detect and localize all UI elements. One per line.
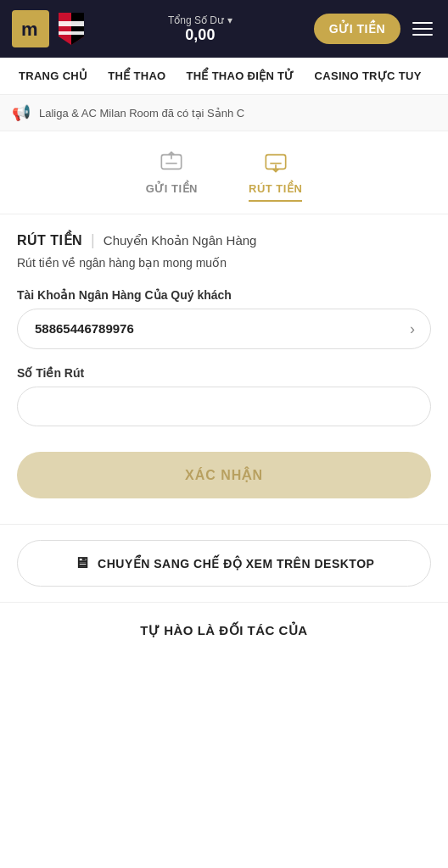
hamburger-line-3 — [412, 34, 433, 36]
page-title-main: RÚT TIỀN — [17, 232, 82, 248]
milan-logo-icon — [56, 10, 87, 47]
confirm-button[interactable]: XÁC NHẬN — [17, 452, 431, 498]
nav-item-thethao-dienthu[interactable]: THỂ THAO ĐIỆN TỬ — [176, 58, 304, 94]
gui-tien-header-button[interactable]: GỬI TIỀN — [314, 14, 400, 44]
balance-section[interactable]: Tổng Số Dư ▾ 0,00 — [95, 14, 305, 44]
hamburger-line-2 — [412, 28, 433, 30]
tab-gui-tien-underline — [146, 200, 198, 202]
hamburger-line-1 — [412, 22, 433, 24]
amount-section: Số Tiền Rút — [17, 366, 431, 426]
announcement-text: Laliga & AC Milan Room đã có tại Sảnh C — [39, 107, 436, 120]
bank-account-section: Tài Khoản Ngân Hàng Của Quý khách 588654… — [17, 288, 431, 349]
svg-rect-3 — [59, 21, 84, 26]
svg-marker-2 — [71, 13, 84, 45]
monitor-icon: 🖥 — [74, 554, 90, 572]
footer-title: TỰ HÀO LÀ ĐỐI TÁC CỦA — [17, 623, 431, 638]
balance-label: Tổng Số Dư ▾ — [95, 14, 305, 26]
tab-rut-tien-label: RÚT TIỀN — [249, 182, 302, 195]
svg-rect-4 — [59, 31, 84, 35]
bank-account-label: Tài Khoản Ngân Hàng Của Quý khách — [17, 288, 431, 302]
tab-gui-tien[interactable]: GỬI TIỀN — [146, 147, 198, 202]
amount-label: Số Tiền Rút — [17, 366, 431, 380]
hamburger-menu-button[interactable] — [409, 19, 436, 39]
speaker-icon: 📢 — [12, 103, 31, 122]
deposit-withdraw-tabs: GỬI TIỀN RÚT TIỀN — [0, 131, 448, 214]
nav-item-thethao[interactable]: THỂ THAO — [98, 58, 176, 94]
amount-input[interactable] — [17, 387, 431, 426]
svg-text:m: m — [21, 19, 38, 40]
nav-item-casino[interactable]: CASINO TRỰC TUY — [305, 58, 432, 94]
header: m Tổng Số Dư ▾ 0,00 GỬI TIỀN — [0, 0, 448, 58]
bank-account-value: 58865446789976 — [35, 321, 134, 336]
page-title-row: RÚT TIỀN | Chuyển Khoản Ngân Hàng — [17, 231, 431, 249]
navigation-bar: TRANG CHỦ THỂ THAO THỂ THAO ĐIỆN TỬ CASI… — [0, 58, 448, 95]
select-chevron-icon: › — [410, 320, 415, 338]
logo-box: m — [12, 10, 87, 47]
gui-tien-icon — [156, 147, 187, 177]
desktop-switch-label: CHUYỂN SANG CHẾ ĐỘ XEM TRÊN DESKTOP — [98, 557, 374, 570]
announcement-bar: 📢 Laliga & AC Milan Room đã có tại Sảnh … — [0, 95, 448, 131]
bank-account-select[interactable]: 58865446789976 › — [17, 309, 431, 349]
title-divider: | — [91, 231, 95, 249]
tab-gui-tien-label: GỬI TIỀN — [146, 182, 198, 195]
main-content: RÚT TIỀN | Chuyển Khoản Ngân Hàng Rút ti… — [0, 214, 448, 524]
balance-chevron-icon: ▾ — [227, 14, 232, 26]
nav-item-trangchu[interactable]: TRANG CHỦ — [8, 58, 98, 94]
balance-label-text: Tổng Số Dư — [168, 14, 224, 26]
tab-rut-tien-underline — [249, 200, 302, 202]
tab-rut-tien[interactable]: RÚT TIỀN — [249, 147, 302, 202]
balance-amount: 0,00 — [95, 26, 305, 44]
page-description: Rút tiền về ngân hàng bạn mong muốn — [17, 256, 431, 270]
rut-tien-icon — [260, 147, 291, 177]
desktop-switch-section: 🖥 CHUYỂN SANG CHẾ ĐỘ XEM TRÊN DESKTOP — [0, 524, 448, 603]
logo-m-icon: m — [12, 10, 49, 47]
desktop-switch-button[interactable]: 🖥 CHUYỂN SANG CHẾ ĐỘ XEM TRÊN DESKTOP — [17, 540, 431, 587]
page-title-sub: Chuyển Khoản Ngân Hàng — [104, 233, 257, 248]
footer-section: TỰ HÀO LÀ ĐỐI TÁC CỦA — [0, 603, 448, 655]
